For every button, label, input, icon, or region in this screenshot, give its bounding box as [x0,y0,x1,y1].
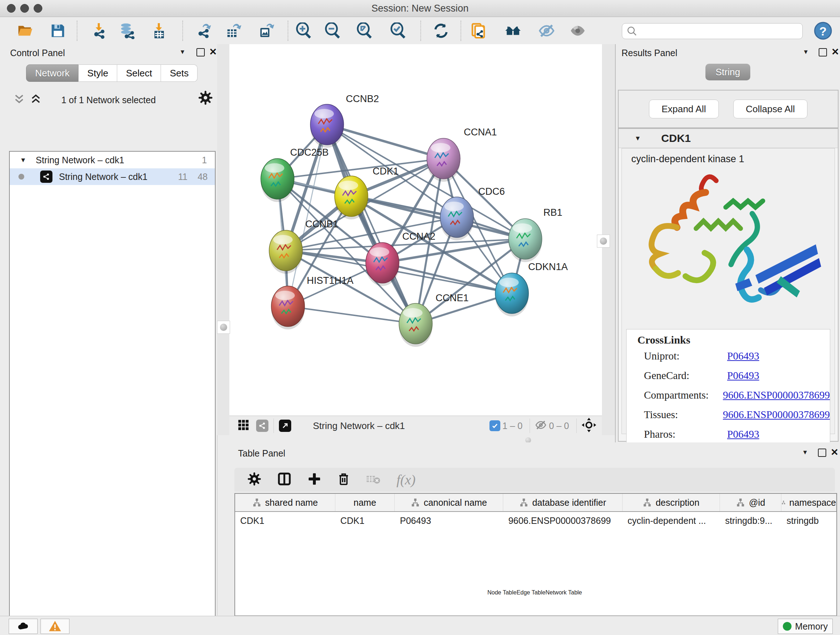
table-cell[interactable]: cyclin-dependent ... [622,516,720,526]
selected-checkbox-icon[interactable] [489,420,500,431]
left-splitter[interactable] [217,44,229,435]
table-cell[interactable]: CDK1 [335,516,395,526]
tab-node-table[interactable]: Node Table [487,589,516,596]
export-image-icon[interactable] [257,22,275,40]
zoom-selected-icon[interactable] [389,22,407,40]
column-header-canonical-name[interactable]: canonical name [395,494,503,511]
search-input[interactable] [638,26,798,37]
network-node-cdk1[interactable] [335,176,368,219]
tab-edge-table[interactable]: Edge Table [516,589,546,596]
network-edge[interactable] [327,125,444,158]
tab-sets[interactable]: Sets [161,65,197,82]
first-neighbors-icon[interactable] [470,22,488,40]
network-node-ccna1[interactable] [427,138,460,182]
table-cell[interactable]: stringdb:9... [720,516,782,526]
search-field[interactable] [622,23,803,39]
crosslink-link[interactable]: P06493 [727,428,759,440]
pan-crosshair-icon[interactable] [582,418,596,434]
network-node-cdc6[interactable] [440,197,474,241]
hide-selected-icon[interactable] [569,22,587,40]
import-table-file-icon[interactable] [150,22,168,40]
network-edge[interactable] [288,306,416,324]
collapse-all-button[interactable]: Collapse All [733,100,808,119]
export-network-icon[interactable] [195,22,213,40]
column-header-name[interactable]: name [335,494,395,511]
refresh-icon[interactable] [432,22,450,40]
panel-menu-icon[interactable]: ▼ [803,49,809,56]
panel-float-icon[interactable] [818,448,826,457]
add-column-icon[interactable] [308,472,321,487]
network-collection-row[interactable]: ▼ String Network – cdk1 1 [10,152,215,168]
delete-column-icon[interactable] [337,472,350,487]
collapse-all-networks-icon[interactable] [13,93,25,106]
import-network-file-icon[interactable] [90,22,108,40]
tab-network-table[interactable]: Network Table [546,589,582,596]
save-session-icon[interactable] [49,22,67,40]
tab-string[interactable]: String [706,64,750,80]
column-header-label: canonical name [424,497,487,508]
table-cell[interactable]: P06493 [395,516,503,526]
column-header--id[interactable]: @id [720,494,782,511]
expand-all-button[interactable]: Expand All [649,100,719,119]
memory-button[interactable]: Memory [778,619,833,634]
table-cell[interactable]: CDK1 [235,516,335,526]
detach-view-icon[interactable] [279,420,291,432]
network-options-gear-icon[interactable] [198,90,213,106]
birds-eye-view-icon[interactable] [237,419,249,432]
gene-collapse-icon[interactable]: ▼ [635,135,641,142]
column-header-label: shared name [265,497,318,508]
hidden-eye-icon[interactable] [535,419,546,432]
warnings-button[interactable] [41,619,69,634]
crosslink-link[interactable]: P06493 [727,370,759,382]
panel-menu-icon[interactable]: ▼ [802,449,808,456]
tab-network[interactable]: Network [26,65,79,82]
zoom-out-icon[interactable] [324,22,342,40]
network-node-ccnb1[interactable] [269,230,302,274]
column-header-namespace[interactable]: namespace [782,494,836,511]
table-cell[interactable]: 9606.ENSP00000378699 [503,516,622,526]
column-header-description[interactable]: description [622,494,720,511]
network-row[interactable]: String Network – cdk1 11 48 [10,168,215,185]
column-header-shared-name[interactable]: shared name [235,494,335,511]
home-view-icon[interactable] [504,22,522,40]
column-header-database-identifier[interactable]: database identifier [503,494,622,511]
zoom-in-icon[interactable] [295,22,313,40]
gene-header[interactable]: ▼ CDK1 [619,129,838,148]
table-cell[interactable]: stringdb [782,516,836,526]
tab-select[interactable]: Select [117,65,161,82]
panel-close-icon[interactable]: ✕ [831,46,839,57]
string-panel-icon[interactable] [256,420,268,432]
help-icon[interactable]: ? [814,22,832,40]
left-splitter-handle[interactable] [217,321,230,334]
show-hidden-icon[interactable] [538,22,556,40]
panel-close-icon[interactable]: ✕ [209,46,217,57]
zoom-fit-icon[interactable] [355,22,374,40]
export-table-icon[interactable] [224,22,242,40]
cloud-status-button[interactable] [9,619,38,634]
table-row[interactable]: CDK1CDK1P064939606.ENSP00000378699cyclin… [235,512,836,529]
network-node-ccnb2[interactable] [310,104,344,148]
panel-menu-icon[interactable]: ▼ [180,49,186,56]
crosslink-link[interactable]: P06493 [727,350,759,362]
network-view-canvas[interactable]: CCNB2CCNA1CDC25BCDK1CDC6RB1CCNB1CCNA2CDK… [229,44,602,416]
panel-close-icon[interactable]: ✕ [831,447,838,458]
import-network-database-icon[interactable] [118,22,136,40]
network-node-cdkn1a[interactable] [495,273,529,317]
right-splitter-handle[interactable] [597,234,610,248]
network-node-cdc25b[interactable] [261,158,294,202]
tab-style[interactable]: Style [79,65,117,82]
crosslink-link[interactable]: 9606.ENSP00000378699 [723,409,830,421]
show-columns-icon[interactable] [277,472,292,488]
panel-float-icon[interactable] [196,48,205,57]
network-node-rb1[interactable] [508,219,542,262]
network-node-hist1h1a[interactable] [271,286,305,329]
expand-all-networks-icon[interactable] [30,93,42,106]
table-options-gear-icon[interactable] [248,472,261,487]
panel-float-icon[interactable] [819,48,827,57]
network-node-ccna2[interactable] [366,242,399,286]
network-edge[interactable] [327,125,416,324]
open-session-icon[interactable] [16,22,34,40]
crosslink-link[interactable]: 9606.ENSP00000378699 [723,389,830,401]
network-node-ccne1[interactable] [399,303,432,347]
collection-expand-icon[interactable]: ▼ [20,157,27,164]
